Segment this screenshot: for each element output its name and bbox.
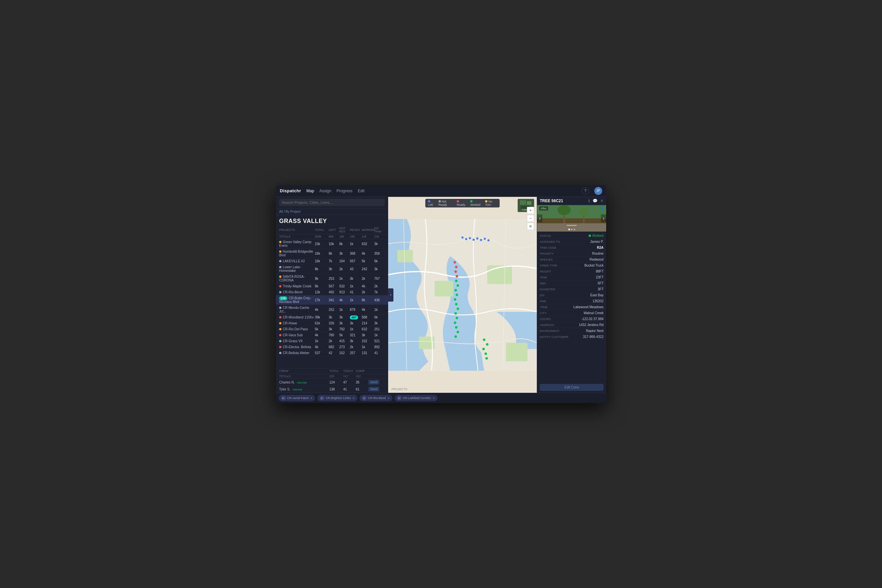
- tab-close-icon[interactable]: ✕: [387, 396, 390, 400]
- table-row[interactable]: CR-Electra- Bellota 4k 682 273 2k 1k 892: [276, 344, 388, 350]
- brand-logo: Dispatchr: [280, 188, 301, 193]
- comment-icon[interactable]: 💬: [592, 198, 598, 203]
- svg-point-21: [454, 270, 457, 273]
- info-icon[interactable]: ℹ: [588, 198, 590, 203]
- svg-rect-48: [537, 223, 606, 232]
- send-button[interactable]: Send: [368, 387, 379, 392]
- send-button[interactable]: Send: [368, 380, 379, 384]
- svg-point-29: [484, 238, 486, 240]
- table-row[interactable]: CR-Rio-Bend 12k 492 913 41 2k 7k: [276, 290, 388, 296]
- detail-row: DBH5FT: [537, 280, 606, 286]
- photo-dot-2[interactable]: [571, 229, 573, 230]
- svg-point-19: [453, 261, 456, 264]
- legend-item: Ready: [456, 200, 467, 207]
- table-row[interactable]: Trinity-Maple Creek 8k 567 532 1k 4k 2k: [276, 284, 388, 290]
- map-area[interactable]: LeftNot ReadyReadyWorkedNo Trim ‹ + − ⊞ …: [388, 197, 537, 393]
- photo-label: After: [539, 207, 548, 210]
- nav-progress[interactable]: Progress: [337, 189, 352, 193]
- svg-point-28: [480, 239, 482, 241]
- photo-dot-1[interactable]: [568, 229, 570, 230]
- map-controls: + − ⊞: [527, 207, 534, 230]
- svg-point-14: [456, 317, 458, 320]
- nav-assign[interactable]: Assign: [320, 189, 332, 193]
- svg-rect-37: [520, 200, 526, 205]
- map-layers-button[interactable]: ⊞: [527, 223, 534, 230]
- crew-totals: TOTALS 225 117 312: [276, 374, 388, 379]
- zoom-out-button[interactable]: −: [527, 215, 534, 222]
- table-row[interactable]: CR-Bellota-Weber 537 42 152 257 131 41: [276, 350, 388, 356]
- bottom-tab[interactable]: 2↑ CR-Brighton 115kv ✕: [317, 395, 357, 401]
- nav-edit[interactable]: Edit: [358, 189, 365, 193]
- user-avatar[interactable]: JP: [594, 187, 602, 195]
- help-button[interactable]: ?: [582, 187, 589, 195]
- table-row[interactable]: CR-Grass VII 1k 2k 415 3k 152 521: [276, 338, 388, 344]
- bottom-tab[interactable]: 4↑ CR-Aerial Patrol ✕: [279, 395, 315, 401]
- tab-close-icon[interactable]: ✕: [432, 396, 435, 400]
- svg-point-16: [455, 326, 458, 328]
- map-toggle-btn[interactable]: ‹: [388, 288, 393, 302]
- photo-person-icon: 👤: [600, 207, 604, 210]
- tab-close-icon[interactable]: ✕: [352, 396, 355, 400]
- zoom-in-button[interactable]: +: [527, 207, 534, 214]
- table-row[interactable]: Lower Lake-Homestake 8k 3k 2k 43 242 3k: [276, 264, 388, 274]
- projects-table: PROJECTS TOTAL LEFT NOT RDY READY WORKED…: [276, 226, 388, 368]
- bottom-tabs: 4↑ CR-Aerial Patrol ✕ 2↑ CR-Brighton 115…: [276, 393, 606, 403]
- tab-close-icon[interactable]: ✕: [310, 396, 312, 400]
- detail-row: PRIORITYRoutine: [537, 251, 606, 256]
- detail-row: ENVIROMENTRaptor Nest: [537, 328, 606, 334]
- breadcrumb-by-project[interactable]: By Project: [285, 210, 301, 213]
- close-icon[interactable]: ✕: [600, 198, 603, 203]
- table-row[interactable]: CR-Rio Del Paso 5k 3k 792 1k 632 251: [276, 326, 388, 332]
- top-nav: Dispatchr Map Assign Progress Edit ? JP: [276, 185, 606, 197]
- search-input[interactable]: [279, 199, 385, 206]
- svg-point-31: [483, 339, 486, 341]
- legend-item: Worked: [470, 200, 482, 207]
- svg-point-35: [485, 357, 488, 360]
- col-worked: WORKED: [362, 228, 374, 232]
- svg-point-26: [472, 238, 475, 241]
- detail-row: ADDRESS1432 Jenkins Rd: [537, 322, 606, 328]
- breadcrumb-all[interactable]: All: [279, 210, 283, 213]
- table-row[interactable]: CR Mendo-Cache Jct... 4k 252 1k 879 4k 1…: [276, 305, 388, 315]
- tree-photo: After ‹ › 👤: [537, 205, 606, 232]
- crew-row[interactable]: Charles N. ONLINE 124 47 35 Send: [276, 379, 388, 386]
- photo-dot-3[interactable]: [573, 229, 575, 230]
- svg-point-45: [558, 205, 571, 215]
- bottom-tab[interactable]: 3↑ CR-Rio-Bend ✕: [359, 395, 393, 401]
- detail-row: DIAMETER3FT: [537, 286, 606, 292]
- photo-prev-button[interactable]: ‹: [537, 214, 542, 222]
- bottom-tab[interactable]: 3↑ CR-Larkfield Corridor ✕: [394, 395, 438, 401]
- tree-details: STATUSWorkedASSIGNED TOJames P.TRIM CODE…: [537, 232, 606, 382]
- table-row[interactable]: CR-Vaca Sub 4k 780 5k 321 3k 1k: [276, 332, 388, 338]
- tab-num: 4↑: [281, 396, 286, 400]
- edit-crew-button[interactable]: Edit Crew: [540, 384, 603, 391]
- table-row[interactable]: Green Valley Camp Evers 23k 10k 8k 1k 63…: [276, 239, 388, 249]
- svg-rect-4: [506, 343, 528, 362]
- col-no-trim: NO TRIM: [374, 226, 385, 233]
- table-row[interactable]: 17kCR-Butte Cnty-Nicolaus Blvd 17k 341 4…: [276, 296, 388, 305]
- svg-point-7: [456, 284, 459, 287]
- svg-rect-1: [398, 250, 413, 262]
- col-not-rdy: NOT RDY: [339, 226, 350, 233]
- svg-point-9: [456, 294, 458, 296]
- detail-row: NOTIFY CUSTOMER317-866-4322: [537, 334, 606, 340]
- table-row[interactable]: CR-Howe 61k 326 3k 3k 214 3k: [276, 320, 388, 326]
- legend-item: Left: [428, 200, 435, 207]
- detail-row: PMD135202: [537, 298, 606, 304]
- detail-row: CREW TYPEBucket Truck: [537, 262, 606, 268]
- table-row[interactable]: Humboldt Bridgeville Blvd 16k 8k 3k 368 …: [276, 249, 388, 258]
- table-row[interactable]: CR-Woodland 115Kv 39k 3k 3k 497 588 6k: [276, 315, 388, 320]
- table-row[interactable]: LAKEVILLE #2 16k 7k 164 567 5k 6k: [276, 258, 388, 264]
- crew-row[interactable]: Tyler S. ONLINE 136 41 61 Send: [276, 386, 388, 393]
- right-panel: TREE 56C21 ℹ 💬 ✕: [537, 197, 606, 393]
- tab-label: CR-Brighton 115kv: [326, 396, 351, 400]
- svg-point-20: [455, 266, 458, 268]
- table-row[interactable]: SANTA ROSA-CORONA 9k 253 1k 3k 2k 767: [276, 274, 388, 284]
- col-projects: PROJECTS: [279, 228, 315, 232]
- map-svg: [388, 197, 537, 393]
- svg-rect-49: [567, 225, 577, 226]
- nav-map[interactable]: Map: [306, 189, 314, 193]
- svg-point-24: [465, 238, 467, 240]
- svg-rect-2: [435, 281, 453, 296]
- photo-next-button[interactable]: ›: [601, 214, 606, 222]
